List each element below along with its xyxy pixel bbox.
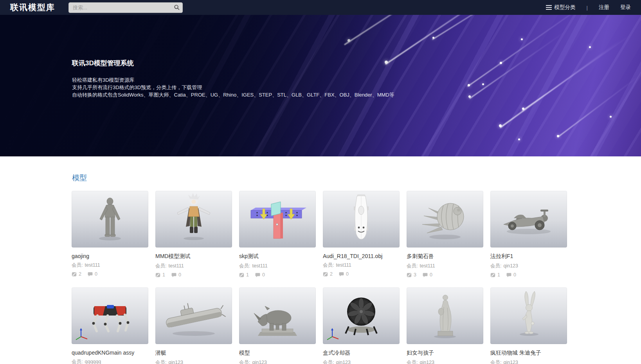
comments-count: 0 <box>430 272 432 278</box>
cpu-cooler-thumb-art <box>323 287 400 344</box>
model-title[interactable]: 疯狂动物城 朱迪兔子 <box>490 350 567 357</box>
steel-joint-thumb-art <box>239 191 316 247</box>
hero-description: 轻松搭建私有3D模型资源库 支持几乎所有流行3D格式的3D预览，分类上传，下载管… <box>72 76 394 99</box>
model-card[interactable]: gaojing 会员:test111 2 0 <box>72 191 148 278</box>
model-thumbnail[interactable] <box>239 191 316 247</box>
nav-model-category[interactable]: 模型分类 <box>546 4 576 11</box>
model-title[interactable]: MMD模型测试 <box>155 253 232 260</box>
rabbit-figure-thumb-art <box>490 287 567 344</box>
model-member: 会员:qin123 <box>490 359 567 364</box>
views-icon <box>323 272 328 277</box>
hero-line-3: 自动转换的格式包含SolidWorks、草图大师、Catia、PROE、UG、R… <box>72 91 394 99</box>
navbar: 联讯模型库 模型分类 | 注册 登录 <box>0 0 641 15</box>
model-thumbnail[interactable] <box>72 287 148 344</box>
model-stats: 2 0 <box>72 271 148 277</box>
section-title-models: 模型 <box>72 173 641 183</box>
comment-icon <box>171 273 176 278</box>
model-stats: 1 0 <box>239 272 316 278</box>
hero-title: 联讯3D模型管理系统 <box>72 59 394 68</box>
submarine-thumb-art <box>155 287 232 344</box>
quadruped-robot-thumb-art <box>72 287 148 344</box>
model-thumbnail[interactable] <box>323 287 400 344</box>
ammonite-thumb-art <box>407 191 483 247</box>
f1-car-thumb-art <box>490 191 567 247</box>
model-card[interactable]: 法拉利F1 会员:qin123 1 0 <box>490 191 567 278</box>
views-icon <box>72 272 77 277</box>
rhino-statue-thumb-art <box>239 287 316 344</box>
woman-statue-thumb-art <box>407 287 483 344</box>
comment-icon <box>255 273 260 278</box>
model-thumbnail[interactable] <box>323 191 400 247</box>
search-input[interactable] <box>68 2 183 13</box>
menu-icon <box>546 5 552 10</box>
comments-count: 0 <box>178 272 181 278</box>
hero-line-2: 支持几乎所有流行3D格式的3D预览，分类上传，下载管理 <box>72 84 394 91</box>
model-card[interactable]: skp测试 会员:test111 1 0 <box>239 191 316 278</box>
model-member: 会员:qin123 <box>407 359 483 364</box>
hero-line-1: 轻松搭建私有3D模型资源库 <box>72 76 394 84</box>
comment-icon <box>339 272 344 277</box>
model-title[interactable]: gaojing <box>72 253 148 259</box>
model-title[interactable]: 潜艇 <box>155 350 232 357</box>
model-card[interactable]: 多刺菊石兽 会员:test111 3 0 <box>407 191 483 278</box>
model-title[interactable]: Audi_R18_TDI_2011.obj <box>323 253 400 259</box>
model-thumbnail[interactable] <box>72 191 148 247</box>
comments-count: 0 <box>346 271 349 277</box>
search-icon <box>174 4 180 10</box>
model-thumbnail[interactable] <box>155 287 232 344</box>
model-thumbnail[interactable] <box>490 287 567 344</box>
site-logo[interactable]: 联讯模型库 <box>10 2 55 13</box>
model-title[interactable]: skp测试 <box>239 253 316 260</box>
model-thumbnail[interactable] <box>155 191 232 247</box>
views-count: 2 <box>330 271 333 277</box>
model-card[interactable]: Audi_R18_TDI_2011.obj 会员:test111 2 0 <box>323 191 400 278</box>
model-card[interactable]: 疯狂动物城 朱迪兔子 会员:qin123 1 0 <box>490 287 567 364</box>
model-card[interactable]: 模型 会员:qin123 0 0 <box>239 287 316 364</box>
axis-triad-icon <box>76 328 87 340</box>
nav-register[interactable]: 注册 <box>599 4 609 11</box>
model-thumbnail[interactable] <box>407 191 483 247</box>
model-thumbnail[interactable] <box>239 287 316 344</box>
model-title[interactable]: 妇女与孩子 <box>407 350 483 357</box>
model-stats: 1 0 <box>155 272 232 278</box>
model-thumbnail[interactable] <box>490 191 567 247</box>
hero-banner: 联讯3D模型管理系统 轻松搭建私有3D模型资源库 支持几乎所有流行3D格式的3D… <box>0 15 641 156</box>
views-count: 3 <box>414 272 416 278</box>
model-card[interactable]: 盒式冷却器 会员:qin123 1 0 <box>323 287 400 364</box>
model-title[interactable]: 盒式冷却器 <box>323 350 400 357</box>
model-member: 会员:test111 <box>239 263 316 269</box>
nav-divider: | <box>587 5 588 11</box>
nav-login[interactable]: 登录 <box>620 4 631 11</box>
model-title[interactable]: quadrupedKNGmain assy <box>72 350 148 356</box>
search-button[interactable] <box>172 3 181 12</box>
comment-icon <box>88 272 93 277</box>
views-icon <box>407 273 412 278</box>
views-icon <box>490 273 495 278</box>
model-member: 会员:qin123 <box>239 359 316 364</box>
race-car-top-thumb-art <box>323 191 400 247</box>
model-member: 会员:test111 <box>155 263 232 269</box>
model-stats: 2 0 <box>323 271 400 277</box>
views-icon <box>239 273 244 278</box>
model-title[interactable]: 多刺菊石兽 <box>407 253 483 260</box>
comment-icon <box>423 273 428 278</box>
views-count: 1 <box>246 272 249 278</box>
model-card[interactable]: 妇女与孩子 会员:qin123 0 0 <box>407 287 483 364</box>
views-icon <box>155 273 160 278</box>
statue-man-thumb-art <box>72 191 148 247</box>
anime-character-thumb-art <box>155 191 232 247</box>
model-member: 会员:qqqqqq <box>72 359 148 364</box>
model-card[interactable]: quadrupedKNGmain assy 会员:qqqqqq 3 0 <box>72 287 148 364</box>
model-thumbnail[interactable] <box>407 287 483 344</box>
comments-count: 0 <box>513 272 516 278</box>
model-stats: 1 0 <box>490 272 567 278</box>
comments-count: 0 <box>262 272 265 278</box>
comment-icon <box>506 273 511 278</box>
model-member: 会员:test111 <box>407 263 483 269</box>
model-card[interactable]: MMD模型测试 会员:test111 1 0 <box>155 191 232 278</box>
hero-content: 联讯3D模型管理系统 轻松搭建私有3D模型资源库 支持几乎所有流行3D格式的3D… <box>72 59 394 99</box>
model-title[interactable]: 法拉利F1 <box>490 253 567 260</box>
model-stats: 3 0 <box>407 272 483 278</box>
model-card[interactable]: 潜艇 会员:qin123 5 0 <box>155 287 232 364</box>
model-title[interactable]: 模型 <box>239 350 316 357</box>
